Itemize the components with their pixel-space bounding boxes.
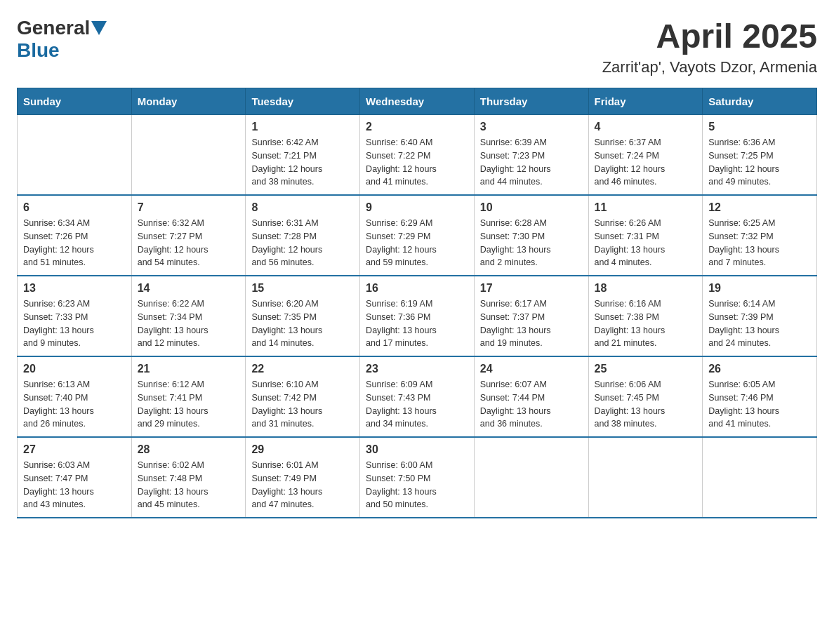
calendar-day-header: Sunday	[18, 88, 132, 115]
day-number: 25	[595, 363, 697, 375]
calendar-day-header: Wednesday	[360, 88, 475, 115]
calendar-cell: 5Sunrise: 6:36 AM Sunset: 7:25 PM Daylig…	[703, 115, 817, 196]
day-info: Sunrise: 6:14 AM Sunset: 7:39 PM Dayligh…	[708, 297, 811, 350]
day-info: Sunrise: 6:06 AM Sunset: 7:45 PM Dayligh…	[595, 378, 697, 431]
calendar-cell: 13Sunrise: 6:23 AM Sunset: 7:33 PM Dayli…	[18, 276, 132, 356]
day-number: 20	[23, 363, 126, 375]
calendar-cell: 25Sunrise: 6:06 AM Sunset: 7:45 PM Dayli…	[588, 356, 703, 437]
day-info: Sunrise: 6:02 AM Sunset: 7:48 PM Dayligh…	[138, 459, 240, 511]
day-number: 26	[708, 363, 811, 375]
day-number: 22	[251, 363, 354, 375]
day-number: 1	[251, 121, 354, 133]
day-number: 14	[138, 282, 240, 295]
day-info: Sunrise: 6:10 AM Sunset: 7:42 PM Dayligh…	[251, 378, 354, 431]
calendar-week-row: 6Sunrise: 6:34 AM Sunset: 7:26 PM Daylig…	[18, 195, 817, 276]
day-info: Sunrise: 6:23 AM Sunset: 7:33 PM Dayligh…	[23, 297, 126, 350]
day-number: 21	[138, 363, 240, 375]
calendar-cell: 18Sunrise: 6:16 AM Sunset: 7:38 PM Dayli…	[588, 276, 703, 356]
day-info: Sunrise: 6:00 AM Sunset: 7:50 PM Dayligh…	[366, 459, 468, 511]
logo-blue-text: Blue	[17, 39, 60, 62]
calendar-cell: 4Sunrise: 6:37 AM Sunset: 7:24 PM Daylig…	[588, 115, 703, 196]
calendar-cell: 3Sunrise: 6:39 AM Sunset: 7:23 PM Daylig…	[474, 115, 588, 196]
calendar-week-row: 20Sunrise: 6:13 AM Sunset: 7:40 PM Dayli…	[18, 356, 817, 437]
day-number: 11	[595, 201, 697, 214]
calendar-cell	[18, 115, 132, 196]
calendar-cell: 7Sunrise: 6:32 AM Sunset: 7:27 PM Daylig…	[131, 195, 246, 276]
calendar-day-header: Saturday	[703, 88, 817, 115]
calendar-cell: 16Sunrise: 6:19 AM Sunset: 7:36 PM Dayli…	[360, 276, 475, 356]
calendar-cell: 1Sunrise: 6:42 AM Sunset: 7:21 PM Daylig…	[246, 115, 360, 196]
day-info: Sunrise: 6:36 AM Sunset: 7:25 PM Dayligh…	[708, 136, 811, 189]
day-number: 30	[366, 443, 468, 456]
day-number: 3	[480, 121, 583, 133]
calendar-cell: 26Sunrise: 6:05 AM Sunset: 7:46 PM Dayli…	[703, 356, 817, 437]
day-number: 12	[708, 201, 811, 214]
day-info: Sunrise: 6:28 AM Sunset: 7:30 PM Dayligh…	[480, 217, 583, 269]
day-number: 7	[138, 201, 240, 214]
calendar-cell: 29Sunrise: 6:01 AM Sunset: 7:49 PM Dayli…	[246, 437, 360, 518]
calendar-cell: 10Sunrise: 6:28 AM Sunset: 7:30 PM Dayli…	[474, 195, 588, 276]
calendar-cell: 6Sunrise: 6:34 AM Sunset: 7:26 PM Daylig…	[18, 195, 132, 276]
day-number: 5	[708, 121, 811, 133]
logo: General Blue	[17, 17, 107, 62]
calendar-day-header: Tuesday	[246, 88, 360, 115]
calendar-cell: 23Sunrise: 6:09 AM Sunset: 7:43 PM Dayli…	[360, 356, 475, 437]
calendar-cell: 28Sunrise: 6:02 AM Sunset: 7:48 PM Dayli…	[131, 437, 246, 518]
calendar-cell: 30Sunrise: 6:00 AM Sunset: 7:50 PM Dayli…	[360, 437, 475, 518]
page-subtitle: Zarrit'ap', Vayots Dzor, Armenia	[602, 58, 817, 76]
day-number: 18	[595, 282, 697, 295]
day-number: 6	[23, 201, 126, 214]
calendar-week-row: 13Sunrise: 6:23 AM Sunset: 7:33 PM Dayli…	[18, 276, 817, 356]
day-info: Sunrise: 6:42 AM Sunset: 7:21 PM Dayligh…	[251, 136, 354, 189]
day-info: Sunrise: 6:19 AM Sunset: 7:36 PM Dayligh…	[366, 297, 468, 350]
day-info: Sunrise: 6:09 AM Sunset: 7:43 PM Dayligh…	[366, 378, 468, 431]
day-number: 23	[366, 363, 468, 375]
calendar-cell: 11Sunrise: 6:26 AM Sunset: 7:31 PM Dayli…	[588, 195, 703, 276]
day-info: Sunrise: 6:22 AM Sunset: 7:34 PM Dayligh…	[138, 297, 240, 350]
day-number: 9	[366, 201, 468, 214]
day-info: Sunrise: 6:05 AM Sunset: 7:46 PM Dayligh…	[708, 378, 811, 431]
day-number: 4	[595, 121, 697, 133]
day-info: Sunrise: 6:32 AM Sunset: 7:27 PM Dayligh…	[138, 217, 240, 269]
day-info: Sunrise: 6:37 AM Sunset: 7:24 PM Dayligh…	[595, 136, 697, 189]
day-number: 16	[366, 282, 468, 295]
day-info: Sunrise: 6:34 AM Sunset: 7:26 PM Dayligh…	[23, 217, 126, 269]
calendar-cell: 27Sunrise: 6:03 AM Sunset: 7:47 PM Dayli…	[18, 437, 132, 518]
day-info: Sunrise: 6:40 AM Sunset: 7:22 PM Dayligh…	[366, 136, 468, 189]
calendar-cell: 24Sunrise: 6:07 AM Sunset: 7:44 PM Dayli…	[474, 356, 588, 437]
calendar-cell	[474, 437, 588, 518]
day-number: 17	[480, 282, 583, 295]
logo-general-text: General	[17, 17, 90, 39]
day-info: Sunrise: 6:25 AM Sunset: 7:32 PM Dayligh…	[708, 217, 811, 269]
day-number: 29	[251, 443, 354, 456]
calendar-cell	[703, 437, 817, 518]
logo-arrow-icon	[91, 21, 107, 35]
day-number: 28	[138, 443, 240, 456]
calendar-week-row: 27Sunrise: 6:03 AM Sunset: 7:47 PM Dayli…	[18, 437, 817, 518]
day-info: Sunrise: 6:12 AM Sunset: 7:41 PM Dayligh…	[138, 378, 240, 431]
day-number: 8	[251, 201, 354, 214]
day-info: Sunrise: 6:17 AM Sunset: 7:37 PM Dayligh…	[480, 297, 583, 350]
calendar-cell: 20Sunrise: 6:13 AM Sunset: 7:40 PM Dayli…	[18, 356, 132, 437]
day-number: 13	[23, 282, 126, 295]
day-info: Sunrise: 6:13 AM Sunset: 7:40 PM Dayligh…	[23, 378, 126, 431]
day-info: Sunrise: 6:03 AM Sunset: 7:47 PM Dayligh…	[23, 459, 126, 511]
day-info: Sunrise: 6:26 AM Sunset: 7:31 PM Dayligh…	[595, 217, 697, 269]
calendar-header: SundayMondayTuesdayWednesdayThursdayFrid…	[18, 88, 817, 115]
day-number: 2	[366, 121, 468, 133]
day-number: 24	[480, 363, 583, 375]
day-info: Sunrise: 6:29 AM Sunset: 7:29 PM Dayligh…	[366, 217, 468, 269]
page-title: April 2025	[602, 17, 817, 55]
day-number: 10	[480, 201, 583, 214]
day-number: 19	[708, 282, 811, 295]
calendar-day-header: Friday	[588, 88, 703, 115]
page-header: General Blue April 2025 Zarrit'ap', Vayo…	[17, 17, 817, 76]
calendar-cell: 8Sunrise: 6:31 AM Sunset: 7:28 PM Daylig…	[246, 195, 360, 276]
calendar-cell	[131, 115, 246, 196]
svg-marker-0	[91, 21, 107, 35]
day-info: Sunrise: 6:20 AM Sunset: 7:35 PM Dayligh…	[251, 297, 354, 350]
calendar-cell: 2Sunrise: 6:40 AM Sunset: 7:22 PM Daylig…	[360, 115, 475, 196]
calendar-cell: 19Sunrise: 6:14 AM Sunset: 7:39 PM Dayli…	[703, 276, 817, 356]
calendar-cell: 17Sunrise: 6:17 AM Sunset: 7:37 PM Dayli…	[474, 276, 588, 356]
calendar-cell: 9Sunrise: 6:29 AM Sunset: 7:29 PM Daylig…	[360, 195, 475, 276]
